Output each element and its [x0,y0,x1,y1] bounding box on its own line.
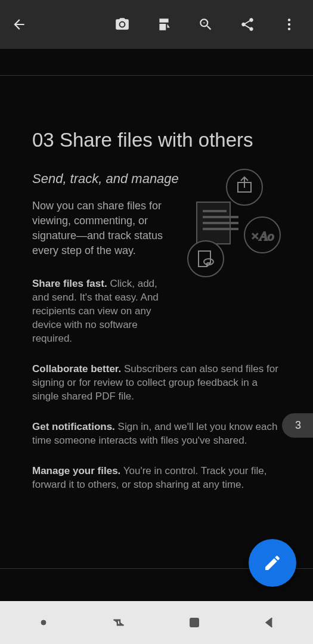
search-button[interactable] [197,16,214,33]
share-icon [240,17,255,32]
paragraph-collaborate: Collaborate better. Subscribers can also… [32,363,281,404]
svg-point-17 [41,620,46,625]
page-view-icon [156,17,172,32]
camera-button[interactable] [114,16,131,33]
dot-icon [41,620,47,626]
paragraph-notifications: Get notifications. Sign in, and we'll le… [32,420,281,448]
section-title-text: Share files with others [60,129,253,151]
search-icon [198,17,213,32]
back-button[interactable] [11,16,27,33]
system-nav-bar [0,601,313,644]
share-button[interactable] [239,16,256,33]
pencil-icon [263,553,282,572]
svg-point-3 [288,18,290,21]
home-icon [187,615,202,630]
nav-back-button[interactable] [258,611,281,634]
app-toolbar [0,0,313,49]
edit-fab-button[interactable] [249,539,296,587]
nav-recents-button[interactable] [107,611,131,634]
back-arrow-icon [11,17,27,32]
svg-rect-18 [190,618,199,627]
recents-icon [111,615,126,630]
svg-point-4 [288,23,290,26]
section-intro: Now you can share files for viewing, com… [32,199,169,259]
svg-rect-0 [159,18,168,23]
more-vertical-icon [281,17,297,32]
svg-point-5 [288,27,290,30]
more-options-button[interactable] [281,16,297,33]
nav-assistant-button[interactable] [32,611,55,634]
section-share-files: 03 Share files with others Send, track, … [0,76,313,568]
paragraph-manage: Manage your files. You're in control. Tr… [32,465,281,492]
svg-rect-1 [159,24,166,30]
section-number: 03 [32,129,54,151]
share-illustration: ×Ao [176,166,283,280]
camera-icon [114,17,130,32]
page-number-badge[interactable]: 3 [282,413,313,438]
nav-home-button[interactable] [182,611,206,634]
page-view-button[interactable] [156,16,172,33]
svg-text:×Ao: ×Ao [250,228,274,243]
paragraph-share-fast: Share files fast. Click, add, and send. … [32,277,169,346]
section-title: 03 Share files with others [32,128,281,152]
back-icon [262,615,277,630]
svg-rect-2 [203,23,205,23]
